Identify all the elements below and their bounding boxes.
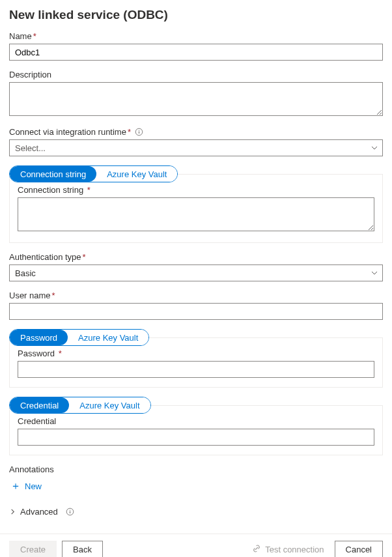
required-asterisk: *: [87, 185, 91, 195]
tab-azure-key-vault[interactable]: Azure Key Vault: [69, 397, 150, 413]
runtime-select[interactable]: Select...: [9, 139, 383, 156]
connection-string-tabs: Connection string Azure Key Vault: [9, 165, 178, 182]
advanced-label: Advanced: [20, 507, 58, 517]
required-asterisk: *: [59, 349, 62, 358]
test-connection-label: Test connection: [265, 545, 324, 554]
connection-string-textarea[interactable]: [18, 197, 374, 231]
footer: Create Back Test connection Cancel: [0, 534, 392, 557]
password-input[interactable]: [18, 361, 374, 378]
svg-rect-4: [70, 511, 70, 513]
required-asterisk: *: [83, 252, 86, 262]
name-label: Name: [9, 31, 32, 41]
tab-azure-key-vault[interactable]: Azure Key Vault: [96, 166, 177, 182]
annotations-label: Annotations: [9, 464, 54, 474]
name-input[interactable]: [9, 44, 383, 61]
username-label: User name: [9, 291, 51, 300]
page-title: New linked service (ODBC): [9, 8, 383, 22]
cancel-button[interactable]: Cancel: [335, 541, 383, 557]
svg-rect-5: [70, 510, 70, 511]
connection-string-group: Connection string *: [9, 174, 383, 243]
required-asterisk: *: [33, 31, 36, 41]
connection-string-label: Connection string: [18, 185, 83, 195]
advanced-toggle[interactable]: Advanced: [9, 504, 74, 519]
svg-rect-2: [139, 130, 139, 131]
chevron-right-icon: [9, 508, 16, 515]
back-button[interactable]: Back: [62, 541, 103, 557]
tab-password[interactable]: Password: [10, 330, 68, 345]
info-icon[interactable]: [135, 128, 143, 136]
info-icon[interactable]: [66, 507, 74, 516]
password-label: Password: [18, 349, 55, 358]
runtime-label: Connect via integration runtime: [9, 127, 126, 137]
tab-azure-key-vault[interactable]: Azure Key Vault: [68, 330, 148, 345]
svg-rect-1: [139, 132, 139, 134]
create-button[interactable]: Create: [9, 541, 57, 557]
auth-type-value: Basic: [15, 268, 36, 278]
description-textarea[interactable]: [9, 82, 383, 116]
password-tabs: Password Azure Key Vault: [9, 329, 149, 346]
plus-icon: ＋: [10, 481, 21, 491]
auth-type-select[interactable]: Basic: [9, 264, 383, 281]
test-connection-button[interactable]: Test connection: [247, 544, 329, 555]
tab-connection-string[interactable]: Connection string: [10, 166, 96, 182]
credential-input[interactable]: [18, 429, 374, 446]
tab-credential[interactable]: Credential: [10, 397, 69, 413]
credential-tabs: Credential Azure Key Vault: [9, 397, 151, 414]
runtime-select-value: Select...: [15, 143, 46, 153]
description-label: Description: [9, 70, 51, 79]
auth-type-label: Authentication type: [9, 252, 81, 262]
required-asterisk: *: [128, 127, 131, 137]
add-annotation-button[interactable]: ＋ New: [9, 477, 43, 495]
required-asterisk: *: [52, 291, 55, 300]
username-input[interactable]: [9, 303, 383, 320]
credential-label: Credential: [18, 416, 56, 426]
add-annotation-label: New: [25, 481, 42, 491]
link-icon: [252, 544, 261, 555]
chevron-down-icon: [371, 269, 378, 277]
chevron-down-icon: [371, 144, 378, 152]
